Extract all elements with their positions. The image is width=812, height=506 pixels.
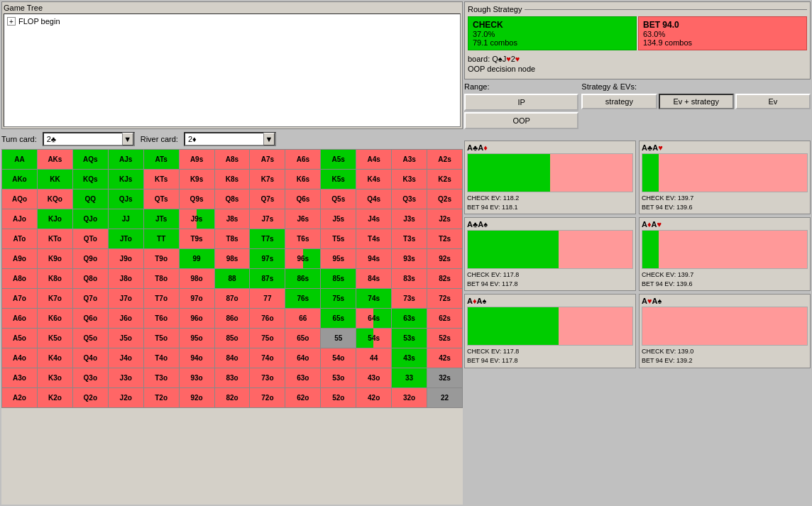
grid-cell-82s[interactable]: 82s xyxy=(427,269,462,288)
combo-card-2[interactable]: A♣A♠CHECK EV: 117.8BET 94 EV: 117.8 xyxy=(464,217,636,291)
grid-cell-72o[interactable]: 72o xyxy=(250,388,285,407)
combo-card-0[interactable]: A♣A♦CHECK EV: 118.2BET 94 EV: 118.1 xyxy=(464,141,636,214)
grid-cell-t3s[interactable]: T3s xyxy=(392,229,427,248)
turn-select[interactable]: 2♣ ▼ xyxy=(43,132,135,146)
grid-cell-k5o[interactable]: K5o xyxy=(38,329,72,348)
grid-cell-33[interactable]: 33 xyxy=(392,368,427,387)
grid-cell-q3o[interactable]: Q3o xyxy=(73,368,108,387)
grid-cell-a8o[interactable]: A8o xyxy=(2,269,37,288)
grid-cell-84o[interactable]: 84o xyxy=(215,348,250,368)
grid-cell-42o[interactable]: 42o xyxy=(356,388,391,407)
grid-cell-92o[interactable]: 92o xyxy=(180,388,214,407)
grid-cell-73o[interactable]: 73o xyxy=(250,368,285,387)
grid-cell-a2o[interactable]: A2o xyxy=(2,388,37,407)
grid-cell-t7o[interactable]: T7o xyxy=(144,289,179,308)
grid-cell-q8s[interactable]: Q8s xyxy=(215,189,250,209)
grid-cell-k3s[interactable]: K3s xyxy=(392,170,427,189)
ev-strategy-btn[interactable]: Ev + strategy xyxy=(659,94,734,109)
grid-cell-85s[interactable]: 85s xyxy=(321,269,356,288)
grid-cell-ako[interactable]: AKo xyxy=(2,170,37,189)
grid-cell-83o[interactable]: 83o xyxy=(215,368,250,387)
grid-cell-ajs[interactable]: AJs xyxy=(109,150,143,169)
grid-cell-kto[interactable]: KTo xyxy=(38,229,72,248)
grid-cell-t2o[interactable]: T2o xyxy=(144,388,179,407)
grid-cell-98s[interactable]: 98s xyxy=(215,249,250,268)
grid-cell-a9o[interactable]: A9o xyxy=(2,249,37,268)
grid-cell-q9s[interactable]: Q9s xyxy=(180,189,214,209)
grid-cell-jto[interactable]: JTo xyxy=(109,229,143,248)
grid-cell-qq[interactable]: QQ xyxy=(73,189,108,209)
river-select[interactable]: 2♦ ▼ xyxy=(184,132,276,146)
grid-cell-j7s[interactable]: J7s xyxy=(250,209,285,229)
tree-expand-icon[interactable]: + xyxy=(7,17,16,26)
grid-cell-52o[interactable]: 52o xyxy=(321,388,356,407)
grid-cell-kts[interactable]: KTs xyxy=(144,170,179,189)
grid-cell-63o[interactable]: 63o xyxy=(285,368,320,387)
grid-cell-44[interactable]: 44 xyxy=(356,348,391,368)
grid-cell-a5o[interactable]: A5o xyxy=(2,329,37,348)
grid-cell-q3s[interactable]: Q3s xyxy=(392,189,427,209)
grid-cell-76o[interactable]: 76o xyxy=(250,309,285,328)
grid-cell-82o[interactable]: 82o xyxy=(215,388,250,407)
grid-cell-q4o[interactable]: Q4o xyxy=(73,348,108,368)
grid-cell-43s[interactable]: 43s xyxy=(392,348,427,368)
grid-cell-a7o[interactable]: A7o xyxy=(2,289,37,308)
grid-cell-72s[interactable]: 72s xyxy=(427,289,462,308)
grid-cell-a9s[interactable]: A9s xyxy=(180,150,214,169)
grid-cell-65s[interactable]: 65s xyxy=(321,309,356,328)
grid-cell-32s[interactable]: 32s xyxy=(427,368,462,387)
grid-cell-74s[interactable]: 74s xyxy=(356,289,391,308)
grid-cell-54o[interactable]: 54o xyxy=(321,348,356,368)
grid-cell-kqs[interactable]: KQs xyxy=(73,170,108,189)
grid-cell-k3o[interactable]: K3o xyxy=(38,368,72,387)
grid-cell-93s[interactable]: 93s xyxy=(392,249,427,268)
grid-cell-j4o[interactable]: J4o xyxy=(109,348,143,368)
grid-cell-a5s[interactable]: A5s xyxy=(321,150,356,169)
grid-cell-kqo[interactable]: KQo xyxy=(38,189,72,209)
ip-button[interactable]: IP xyxy=(464,94,578,111)
grid-cell-t8s[interactable]: T8s xyxy=(215,229,250,248)
grid-cell-93o[interactable]: 93o xyxy=(180,368,214,387)
grid-cell-t8o[interactable]: T8o xyxy=(144,269,179,288)
grid-cell-88[interactable]: 88 xyxy=(215,269,250,288)
grid-cell-j6o[interactable]: J6o xyxy=(109,309,143,328)
grid-cell-86o[interactable]: 86o xyxy=(215,309,250,328)
grid-cell-65o[interactable]: 65o xyxy=(285,329,320,348)
grid-cell-94s[interactable]: 94s xyxy=(356,249,391,268)
grid-cell-97s[interactable]: 97s xyxy=(250,249,285,268)
grid-cell-j2s[interactable]: J2s xyxy=(427,209,462,229)
grid-cell-73s[interactable]: 73s xyxy=(392,289,427,308)
grid-cell-55[interactable]: 55 xyxy=(321,329,356,348)
grid-cell-87s[interactable]: 87s xyxy=(250,269,285,288)
grid-cell-j4s[interactable]: J4s xyxy=(356,209,391,229)
grid-cell-a2s[interactable]: A2s xyxy=(427,150,462,169)
grid-cell-q5s[interactable]: Q5s xyxy=(321,189,356,209)
grid-cell-qjo[interactable]: QJo xyxy=(73,209,108,229)
grid-cell-q5o[interactable]: Q5o xyxy=(73,329,108,348)
grid-cell-96s[interactable]: 96s xyxy=(285,249,320,268)
river-dropdown-arrow[interactable]: ▼ xyxy=(263,133,275,145)
grid-cell-k4o[interactable]: K4o xyxy=(38,348,72,368)
tree-item-flop[interactable]: + FLOP begin xyxy=(7,17,457,26)
grid-cell-q9o[interactable]: Q9o xyxy=(73,249,108,268)
grid-cell-52s[interactable]: 52s xyxy=(427,329,462,348)
grid-cell-q7o[interactable]: Q7o xyxy=(73,289,108,308)
grid-cell-t9s[interactable]: T9s xyxy=(180,229,214,248)
grid-cell-t3o[interactable]: T3o xyxy=(144,368,179,387)
grid-cell-k6o[interactable]: K6o xyxy=(38,309,72,328)
grid-cell-q6o[interactable]: Q6o xyxy=(73,309,108,328)
grid-cell-97o[interactable]: 97o xyxy=(180,289,214,308)
grid-cell-j5s[interactable]: J5s xyxy=(321,209,356,229)
grid-cell-a7s[interactable]: A7s xyxy=(250,150,285,169)
grid-cell-q2o[interactable]: Q2o xyxy=(73,388,108,407)
grid-cell-43o[interactable]: 43o xyxy=(356,368,391,387)
grid-cell-98o[interactable]: 98o xyxy=(180,269,214,288)
strategy-btn[interactable]: strategy xyxy=(581,94,657,109)
grid-cell-k8o[interactable]: K8o xyxy=(38,269,72,288)
grid-cell-j8o[interactable]: J8o xyxy=(109,269,143,288)
grid-cell-q2s[interactable]: Q2s xyxy=(427,189,462,209)
grid-cell-aa[interactable]: AA xyxy=(2,150,37,169)
grid-cell-92s[interactable]: 92s xyxy=(427,249,462,268)
combo-card-5[interactable]: A♥A♠CHECK EV: 139.0BET 94 EV: 139.2 xyxy=(639,294,811,368)
grid-cell-76s[interactable]: 76s xyxy=(285,289,320,308)
